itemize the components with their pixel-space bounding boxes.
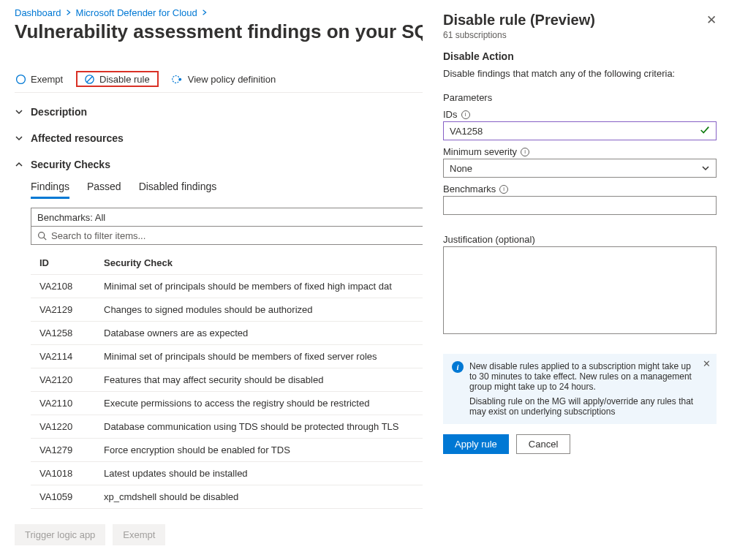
min-severity-select[interactable]: None: [443, 159, 717, 178]
benchmarks-label-text: Benchmarks: [443, 183, 496, 194]
benchmarks-filter-label: Benchmarks: All: [37, 212, 105, 223]
chevron-down-icon: [701, 164, 710, 175]
cell-id: VA2114: [31, 345, 104, 368]
info-icon[interactable]: i: [461, 110, 470, 119]
chevron-right-icon: [202, 10, 208, 15]
exempt-label: Exempt: [31, 74, 63, 85]
min-severity-value: None: [450, 163, 472, 174]
view-policy-label: View policy definition: [188, 74, 276, 85]
panel-header: Disable rule (Preview) ✕: [443, 12, 717, 29]
chevron-down-icon: [15, 107, 23, 116]
search-icon: [37, 231, 47, 241]
ids-value: VA1258: [450, 126, 483, 137]
chevron-up-icon: [15, 160, 23, 169]
benchmarks-input[interactable]: [443, 196, 717, 215]
exempt-button[interactable]: Exempt: [15, 71, 63, 87]
search-placeholder: Search to filter items...: [51, 230, 145, 241]
disable-rule-label: Disable rule: [99, 74, 150, 85]
section-affected-label: Affected resources: [31, 132, 124, 144]
check-icon: [700, 125, 710, 137]
cell-id: VA1220: [31, 415, 104, 439]
exempt-bottom-button[interactable]: Exempt: [113, 524, 165, 545]
svg-line-2: [86, 76, 92, 82]
svg-point-3: [173, 75, 180, 83]
dismiss-icon[interactable]: ✕: [703, 358, 711, 369]
close-icon[interactable]: ✕: [706, 12, 717, 28]
trigger-logic-app-button[interactable]: Trigger logic app: [15, 524, 105, 545]
info-icon: i: [452, 361, 464, 373]
svg-point-5: [39, 232, 45, 238]
benchmarks-label: Benchmarks i: [443, 183, 717, 194]
ids-input[interactable]: VA1258: [443, 121, 717, 140]
tab-disabled-findings[interactable]: Disabled findings: [139, 181, 217, 199]
chevron-down-icon: [15, 134, 23, 143]
section-description-label: Description: [31, 106, 87, 118]
svg-line-6: [44, 237, 46, 239]
info-icon[interactable]: i: [521, 148, 529, 156]
panel-title: Disable rule (Preview): [443, 12, 595, 29]
breadcrumb-dashboard[interactable]: Dashboard: [15, 7, 61, 18]
notice-line2: Disabling rule on the MG will apply/over…: [469, 396, 696, 417]
notice-line1: New disable rules applied to a subscript…: [469, 361, 696, 392]
cell-id: VA1018: [31, 462, 104, 485]
cell-id: VA1279: [31, 439, 104, 462]
parameters-label: Parameters: [443, 92, 717, 103]
disable-rule-panel: Disable rule (Preview) ✕ 61 subscription…: [423, 0, 737, 560]
cancel-button[interactable]: Cancel: [516, 434, 570, 454]
info-icon[interactable]: i: [499, 185, 508, 194]
svg-point-4: [179, 77, 182, 80]
panel-actions: Apply rule Cancel: [443, 434, 717, 454]
col-id[interactable]: ID: [31, 251, 104, 275]
cell-id: VA1258: [31, 322, 104, 345]
policy-icon: [172, 73, 184, 85]
disable-rule-button[interactable]: Disable rule: [76, 71, 159, 87]
ids-label: IDs i: [443, 109, 717, 120]
justification-label: Justification (optional): [443, 234, 717, 245]
apply-rule-button[interactable]: Apply rule: [443, 434, 509, 454]
chevron-right-icon: [66, 10, 72, 15]
cell-id: VA2120: [31, 368, 104, 392]
cell-id: VA2110: [31, 392, 104, 415]
cell-id: VA2108: [31, 275, 104, 298]
tab-passed[interactable]: Passed: [87, 181, 121, 199]
disable-action-desc: Disable findings that match any of the f…: [443, 68, 717, 79]
panel-subscriptions: 61 subscriptions: [443, 30, 717, 40]
exempt-icon: [15, 73, 26, 85]
cell-id: VA2129: [31, 298, 104, 322]
min-severity-label-text: Minimum severity: [443, 146, 517, 157]
tab-findings[interactable]: Findings: [31, 181, 69, 199]
justification-textarea[interactable]: [443, 246, 717, 334]
cell-id: VA1059: [31, 485, 104, 509]
breadcrumb-defender[interactable]: Microsoft Defender for Cloud: [76, 7, 197, 18]
ids-label-text: IDs: [443, 109, 458, 120]
disable-action-heading: Disable Action: [443, 50, 717, 62]
view-policy-button[interactable]: View policy definition: [172, 71, 276, 87]
notice-banner: i New disable rules applied to a subscri…: [443, 354, 717, 424]
min-severity-label: Minimum severity i: [443, 146, 717, 157]
prohibit-icon: [83, 73, 95, 85]
section-security-checks-label: Security Checks: [31, 159, 110, 170]
